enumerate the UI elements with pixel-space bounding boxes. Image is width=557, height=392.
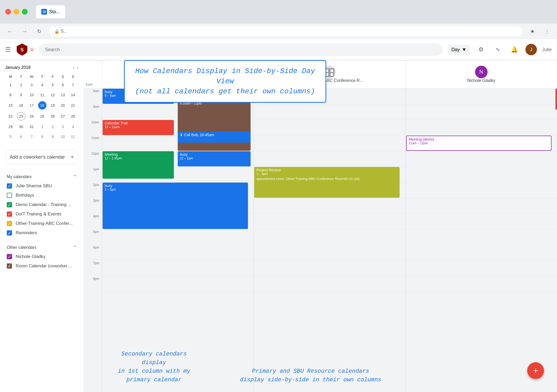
menu-icon[interactable]: ☰ [5, 46, 11, 53]
cal-day[interactable]: 2 [16, 80, 26, 90]
calendar-checkbox-other-training[interactable]: ✓ [7, 221, 12, 226]
bookmark-button[interactable]: ★ [528, 27, 537, 36]
cal-day[interactable]: 6 [58, 80, 68, 90]
my-calendars-section: My calendars ⌃ ✓ Julie Sharma SBU Birthd… [3, 172, 81, 238]
browser-tab[interactable]: 18 Sto... [36, 5, 65, 18]
cal-day[interactable]: 9 [48, 132, 58, 141]
reload-button[interactable]: ↻ [34, 27, 44, 36]
cal-day[interactable]: 20 [58, 100, 68, 111]
event-project-review[interactable]: Project Review 1 – 3pm appointment room,… [254, 167, 400, 198]
cal-day[interactable]: 13 [58, 90, 68, 100]
cal-day[interactable]: 4 [37, 80, 48, 90]
cal-day[interactable]: 19 [48, 100, 58, 111]
calendar-checkbox-room[interactable]: ✓ [7, 263, 12, 269]
calendar-item-other-training[interactable]: ✓ Other-Training-ABC Confer... [3, 219, 81, 228]
event-cal-training[interactable]: Calendar Trair 10 – 11am [103, 120, 174, 135]
dow-t2: T [37, 74, 48, 80]
cal-day[interactable]: 22 [6, 111, 15, 122]
cal-day[interactable]: 21 [68, 100, 78, 111]
calendar-checkbox-nichole[interactable]: ✓ [7, 254, 12, 259]
cal-day[interactable]: 3 [27, 80, 37, 90]
event-busy-12-1[interactable]: busy 12 – 1pm [178, 151, 251, 166]
cal-day-today[interactable]: 18 [37, 100, 48, 111]
address-bar[interactable]: 🔒 S... [49, 26, 523, 36]
cal-day[interactable]: 5 [48, 80, 58, 90]
cal-day[interactable]: 8 [37, 132, 48, 141]
back-button[interactable]: ← [5, 27, 15, 36]
mini-calendar: January 2018 ‹ › M T W T F S [3, 65, 81, 142]
calendar-item-reminders[interactable]: ✓ Reminders [3, 228, 81, 238]
collapse-icon: ⌃ [73, 174, 77, 179]
more-button[interactable]: ⋮ [542, 27, 552, 36]
calendar-item-doit[interactable]: ✓ DoIT Training & Events [3, 209, 81, 219]
cal-day[interactable]: 6 [16, 132, 26, 141]
forward-button[interactable]: → [20, 27, 29, 36]
event-title: Calendar Trair [105, 121, 172, 125]
cal-day[interactable]: 7 [68, 80, 78, 90]
cal-day[interactable]: 15 [6, 100, 15, 111]
cal-day[interactable]: 31 [27, 122, 37, 131]
close-button[interactable] [5, 9, 11, 15]
calendar-label-julie: Julie Sharma SBU [16, 183, 52, 189]
cal-day[interactable]: 1 [6, 80, 15, 90]
cal-day-selected[interactable]: 23 [16, 111, 26, 122]
cal-day[interactable]: 12 [48, 90, 58, 100]
cal-day[interactable]: 9 [16, 90, 26, 100]
svg-rect-5 [331, 73, 333, 76]
event-meeting-12[interactable]: Meeting 12 – 1:45pm [103, 151, 174, 179]
calendar-checkbox-reminders[interactable]: ✓ [7, 230, 12, 236]
cal-day[interactable]: 10 [27, 90, 37, 100]
cal-day[interactable]: 29 [6, 122, 15, 131]
cal-day[interactable]: 5 [6, 132, 15, 141]
address-bar-row: ← → ↻ 🔒 S... ★ ⋮ [0, 23, 557, 39]
notifications-button[interactable]: 🔔 [509, 44, 520, 55]
event-busy-2-5[interactable]: busy 2 – 5pm [103, 183, 248, 229]
cal-day[interactable]: 4 [68, 122, 78, 131]
calendar-checkbox-doit[interactable]: ✓ [7, 212, 12, 217]
calendar-checkbox-demo[interactable]: ✓ [7, 202, 12, 207]
day-selector[interactable]: Day ▼ [448, 45, 470, 55]
cal-day[interactable]: 14 [68, 90, 78, 100]
other-calendars-label: Other calendars [7, 245, 37, 250]
calendar-item-birthdays[interactable]: Birthdays [3, 191, 81, 200]
add-coworker-button[interactable]: Add a coworker's calendar + [5, 150, 78, 164]
calendar-checkbox-julie[interactable]: ✓ [7, 183, 12, 189]
cal-day[interactable]: 8 [6, 90, 15, 100]
event-meeting-demo[interactable]: Meeting (demo) 11am – 12pm [406, 136, 552, 151]
my-calendars-header[interactable]: My calendars ⌃ [3, 172, 81, 181]
cal-day[interactable]: 24 [27, 111, 37, 122]
cal-day[interactable]: 10 [58, 132, 68, 141]
settings-button[interactable]: ⚙ [475, 44, 487, 55]
cal-day[interactable]: 25 [37, 111, 48, 122]
cal-day[interactable]: 11 [68, 132, 78, 141]
add-coworker-icon: + [70, 154, 74, 160]
cal-day[interactable]: 28 [68, 111, 78, 122]
cal-day[interactable]: 16 [16, 100, 26, 111]
calendar-item-nichole[interactable]: ✓ Nichole Gladky [3, 252, 81, 261]
minimize-button[interactable] [14, 9, 19, 15]
other-calendars-header[interactable]: Other calendars ⌃ [3, 243, 81, 252]
cal-day[interactable]: 11 [37, 90, 48, 100]
grid-button[interactable]: ∿ [492, 44, 503, 55]
mini-cal-next[interactable]: › [77, 65, 78, 70]
calendar-item-julie[interactable]: ✓ Julie Sharma SBU [3, 181, 81, 191]
cal-day[interactable]: 7 [27, 132, 37, 141]
cal-day[interactable]: 3 [58, 122, 68, 131]
cal-day[interactable]: 27 [58, 111, 68, 122]
maximize-button[interactable] [22, 9, 28, 15]
calendar-item-room[interactable]: ✓ Room Calendar (coworker ... [3, 261, 81, 271]
user-avatar[interactable]: J [525, 44, 537, 55]
calendar-checkbox-birthdays[interactable] [7, 193, 12, 198]
cal-day[interactable]: 26 [48, 111, 58, 122]
mini-cal-prev[interactable]: ‹ [73, 65, 74, 70]
timezone-label: East [84, 60, 102, 88]
event-call-bob[interactable]: ⬇ Call Bob, 10:45am [178, 132, 251, 143]
search-input[interactable] [39, 43, 443, 56]
calendar-item-demo[interactable]: ✓ Demo Calendar - Training ... [3, 200, 81, 209]
fab-button[interactable]: + [527, 362, 544, 379]
cal-day[interactable]: 30 [16, 122, 26, 131]
browser-bar: 18 Sto... [0, 0, 557, 23]
cal-day[interactable]: 2 [48, 122, 58, 131]
cal-day[interactable]: 1 [37, 122, 48, 131]
cal-day[interactable]: 17 [27, 100, 37, 111]
